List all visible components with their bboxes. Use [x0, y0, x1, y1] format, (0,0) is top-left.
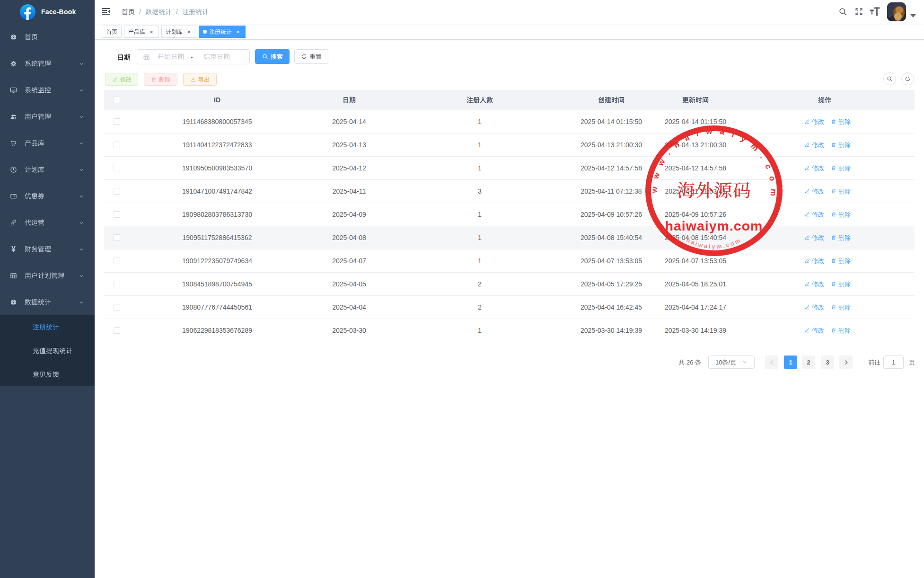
svg-text:www.haiwaiym.com: www.haiwaiym.com [650, 127, 778, 204]
svg-text:haiwaiym.com: haiwaiym.com [665, 218, 763, 233]
